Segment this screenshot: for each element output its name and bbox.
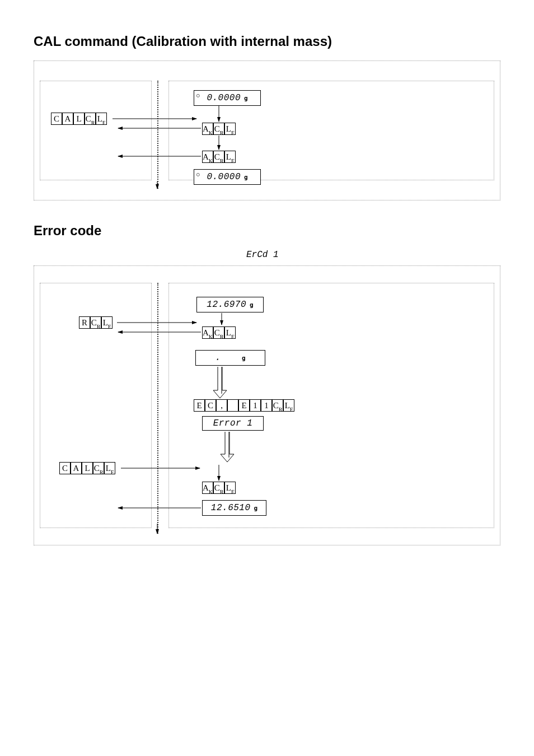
char-space (227, 399, 238, 412)
cal-cmd-row-2: C A L CR LF (59, 462, 115, 474)
char-lf: LF (96, 113, 107, 125)
error-diagram: R CR LF 12.6970 g AK CR LF . g E C , E 1… (34, 265, 500, 545)
char-1b: 1 (261, 399, 272, 412)
char-cr: CR (272, 399, 283, 412)
char-cr: CR (213, 151, 224, 163)
char-l: L (73, 113, 85, 125)
char-ak: AK (202, 123, 213, 135)
char-cr: CR (85, 113, 96, 125)
cal-diagram: C A L CR LF ○ 0.0000 g AK CR LF AK CR LF… (34, 60, 500, 200)
char-lf: LF (283, 399, 294, 412)
char-a: A (62, 113, 73, 125)
char-c: C (205, 399, 216, 412)
section1-title: CAL command (Calibration with internal m… (34, 34, 500, 49)
char-cr: CR (90, 316, 101, 329)
lcd-error1: Error 1 (202, 416, 264, 431)
ercd-display: ErCd 1 (246, 250, 500, 260)
r-cmd-row: R CR LF (79, 316, 113, 329)
ack-row-e2: AK CR LF (202, 482, 236, 494)
lcd-blank: . g (195, 350, 265, 366)
char-cr: CR (93, 462, 104, 474)
char-e2: E (238, 399, 250, 412)
ack-row-1: AK CR LF (202, 123, 236, 135)
ack-row-2: AK CR LF (202, 151, 236, 163)
cal-cmd-row: C A L CR LF (51, 113, 107, 125)
ec-row: E C , E 1 1 CR LF (194, 399, 294, 412)
char-ak: AK (202, 151, 213, 163)
lcd-126510: 12.6510 g (202, 500, 266, 516)
char-l: L (82, 462, 93, 474)
char-cr: CR (213, 326, 224, 339)
char-lf: LF (224, 123, 236, 135)
ack-row-e1: AK CR LF (202, 326, 236, 339)
char-lf: LF (224, 151, 236, 163)
char-comma: , (216, 399, 227, 412)
section2-title: Error code (34, 223, 500, 239)
char-lf: LF (101, 316, 113, 329)
lcd-126970: 12.6970 g (196, 297, 264, 312)
char-r: R (79, 316, 90, 329)
char-lf: LF (224, 482, 236, 494)
char-a: A (71, 462, 82, 474)
char-c: C (59, 462, 71, 474)
char-e: E (194, 399, 205, 412)
char-cr: CR (213, 482, 224, 494)
char-cr: CR (213, 123, 224, 135)
char-lf: LF (224, 326, 236, 339)
char-c: C (51, 113, 62, 125)
lcd-zero-top: ○ 0.0000 g (194, 90, 261, 106)
char-ak: AK (202, 326, 213, 339)
char-1a: 1 (250, 399, 261, 412)
char-ak: AK (202, 482, 213, 494)
char-lf: LF (104, 462, 115, 474)
lcd-zero-bottom: ○ 0.0000 g (194, 169, 261, 185)
